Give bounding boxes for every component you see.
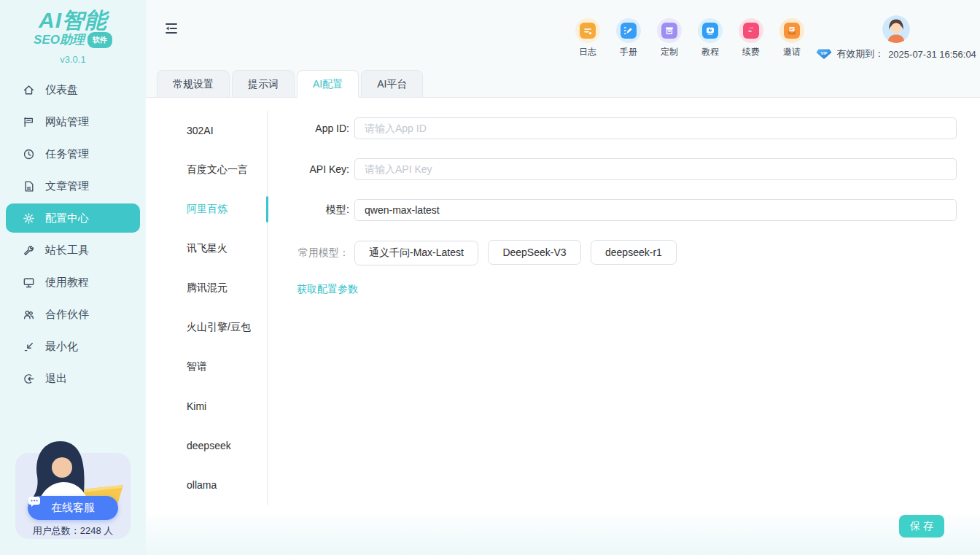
api-key-row: API Key:	[268, 158, 957, 180]
save-button[interactable]: 保 存	[899, 515, 944, 537]
provider-config-form: App ID: API Key: 模型: 常用模型： 通义千问-Max-Late…	[268, 98, 980, 514]
online-service-button[interactable]: 在线客服	[28, 496, 118, 520]
avatar[interactable]	[882, 15, 910, 43]
flag-icon	[22, 115, 35, 128]
provider-ali-bailian[interactable]: 阿里百炼	[146, 190, 267, 229]
people-icon	[22, 308, 35, 321]
sidebar: AI智能 SEO助理 软件 v3.0.1 仪表盘 网站管理 任务管理 文	[0, 0, 146, 555]
model-row: 模型:	[268, 199, 957, 221]
provider-302ai[interactable]: 302AI	[146, 111, 267, 150]
sidebar-item-tutorials[interactable]: 使用教程	[0, 268, 146, 297]
provider-deepseek[interactable]: deepseek	[146, 426, 267, 465]
sidebar-item-webmaster-tools[interactable]: 站长工具	[0, 236, 146, 265]
quick-action-manual[interactable]: 手册	[608, 18, 649, 58]
provider-baidu-wenxin[interactable]: 百度文心一言	[146, 150, 267, 190]
model-option-deepseek-r1[interactable]: deepseek-r1	[591, 240, 677, 265]
topbar: 日志 手册 定制	[146, 0, 980, 70]
tab-general-settings[interactable]: 常规设置	[157, 70, 230, 98]
common-models-row: 常用模型： 通义千问-Max-Latest DeepSeek-V3 deepse…	[268, 240, 957, 265]
menu-fold-icon[interactable]	[164, 21, 179, 36]
sidebar-item-logout[interactable]: 退出	[0, 364, 146, 393]
tab-ai-platform[interactable]: AI平台	[361, 70, 423, 98]
model-label: 模型:	[268, 203, 354, 217]
model-option-qwen-max-latest[interactable]: 通义千问-Max-Latest	[354, 241, 478, 265]
logo-title: AI智能	[0, 9, 146, 32]
app-version: v3.0.1	[0, 54, 146, 65]
tutorial-icon	[698, 18, 723, 43]
vip-expiry-label: 有效期到：	[836, 47, 884, 61]
app-window: AI智能 SEO助理 软件 v3.0.1 仪表盘 网站管理 任务管理 文	[0, 0, 980, 555]
manual-icon	[616, 18, 641, 43]
sidebar-item-label: 最小化	[45, 340, 78, 354]
vip-expiry-value: 2025-07-31 16:56:04	[888, 49, 976, 60]
provider-kimi[interactable]: Kimi	[146, 387, 267, 426]
sidebar-item-label: 合作伙伴	[45, 308, 89, 322]
sidebar-item-label: 文章管理	[45, 179, 89, 193]
api-key-label: API Key:	[268, 163, 354, 175]
quick-action-renew[interactable]: 续费	[731, 18, 771, 58]
sidebar-item-label: 配置中心	[45, 211, 89, 225]
svg-text:VIP: VIP	[821, 51, 828, 55]
total-users-count: 用户总数：2248 人	[15, 524, 131, 537]
tab-ai-config[interactable]: AI配置	[297, 70, 359, 98]
document-icon	[22, 179, 35, 193]
sidebar-item-articles[interactable]: 文章管理	[0, 171, 146, 201]
chat-icon	[28, 496, 41, 508]
provider-volcano-doubao[interactable]: 火山引擎/豆包	[146, 308, 267, 347]
sidebar-nav: 仪表盘 网站管理 任务管理 文章管理 配置中心 站长工具	[0, 75, 146, 393]
invite-icon	[779, 18, 804, 43]
app-id-input[interactable]	[354, 117, 957, 139]
app-logo: AI智能 SEO助理 软件 v3.0.1	[0, 0, 146, 65]
logo-subtitle: SEO助理 软件	[0, 32, 146, 48]
renew-icon	[739, 18, 763, 43]
custom-icon	[657, 18, 682, 43]
gear-icon	[22, 211, 35, 225]
quick-action-invite[interactable]: 邀请	[771, 18, 812, 58]
settings-tabs: 常规设置 提示词 AI配置 AI平台	[146, 70, 980, 98]
sidebar-item-partners[interactable]: 合作伙伴	[0, 300, 146, 329]
wrench-icon	[22, 244, 35, 257]
customer-service-card: 在线客服 用户总数：2248 人	[15, 434, 131, 545]
monitor-icon	[22, 276, 35, 289]
vip-icon: VIP	[816, 48, 832, 60]
api-key-input[interactable]	[354, 158, 957, 180]
model-option-deepseek-v3[interactable]: DeepSeek-V3	[488, 240, 580, 265]
logout-icon	[22, 372, 35, 385]
minimize-icon	[22, 340, 35, 353]
quick-action-tutorial[interactable]: 教程	[690, 18, 731, 58]
provider-tencent-hunyuan[interactable]: 腾讯混元	[146, 268, 267, 308]
main-area: 日志 手册 定制	[146, 0, 980, 555]
model-input[interactable]	[354, 199, 957, 221]
sidebar-item-label: 使用教程	[45, 276, 89, 290]
sidebar-item-websites[interactable]: 网站管理	[0, 107, 146, 136]
app-id-label: App ID:	[268, 123, 354, 134]
sidebar-item-label: 任务管理	[45, 147, 89, 161]
provider-xunfei-spark[interactable]: 讯飞星火	[146, 229, 267, 268]
sidebar-item-dashboard[interactable]: 仪表盘	[0, 75, 146, 104]
common-model-buttons: 通义千问-Max-Latest DeepSeek-V3 deepseek-r1	[354, 240, 683, 265]
vip-status: VIP 有效期到： 2025-07-31 16:56:04	[816, 47, 976, 61]
tab-prompts[interactable]: 提示词	[232, 70, 295, 98]
footer-bar: 保 存	[146, 514, 980, 555]
sidebar-item-label: 退出	[45, 372, 67, 386]
app-id-row: App ID:	[268, 117, 957, 139]
provider-list: 302AI 百度文心一言 阿里百炼 讯飞星火 腾讯混元 火山引擎/豆包 智谱 K…	[146, 111, 268, 505]
topbar-actions: 日志 手册 定制	[567, 9, 980, 61]
fetch-config-link[interactable]: 获取配置参数	[297, 283, 358, 296]
sidebar-item-minimize[interactable]: 最小化	[0, 332, 146, 361]
user-profile: VIP 有效期到： 2025-07-31 16:56:04	[812, 9, 980, 61]
common-models-label: 常用模型：	[268, 247, 354, 260]
log-icon	[575, 18, 600, 43]
sidebar-item-label: 仪表盘	[45, 83, 78, 97]
online-service-label: 在线客服	[51, 501, 95, 515]
logo-badge: 软件	[88, 32, 112, 48]
clock-icon	[22, 147, 35, 160]
quick-action-custom[interactable]: 定制	[649, 18, 690, 58]
sidebar-item-tasks[interactable]: 任务管理	[0, 139, 146, 168]
quick-action-logs[interactable]: 日志	[567, 18, 608, 58]
sidebar-item-label: 站长工具	[45, 244, 89, 257]
home-icon	[22, 83, 35, 96]
provider-ollama[interactable]: ollama	[146, 465, 267, 505]
sidebar-item-config-center[interactable]: 配置中心	[6, 203, 140, 233]
provider-zhipu[interactable]: 智谱	[146, 347, 267, 387]
